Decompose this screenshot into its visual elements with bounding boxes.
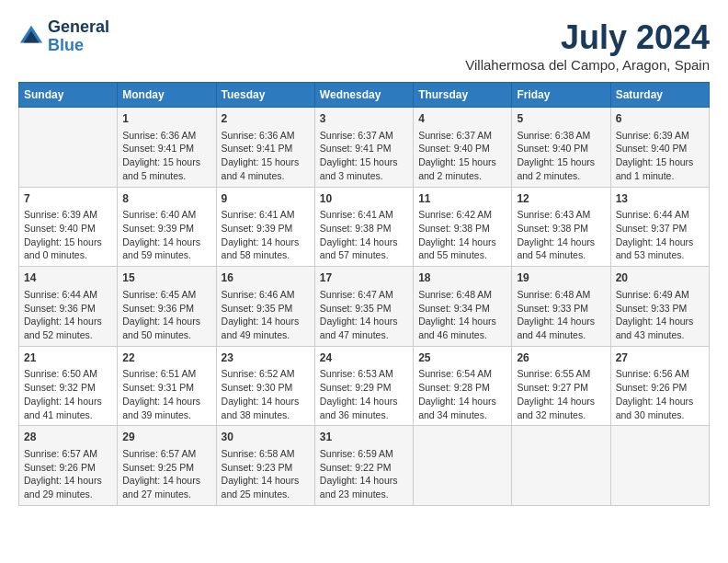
week-row-0: 1Sunrise: 6:36 AM Sunset: 9:41 PM Daylig… <box>19 108 710 188</box>
day-number: 21 <box>24 350 112 366</box>
calendar-cell: 19Sunrise: 6:48 AM Sunset: 9:33 PM Dayli… <box>512 267 610 347</box>
calendar-cell: 15Sunrise: 6:45 AM Sunset: 9:36 PM Dayli… <box>118 267 216 347</box>
day-number: 6 <box>616 111 704 127</box>
cell-info: Sunrise: 6:41 AM Sunset: 9:38 PM Dayligh… <box>320 208 408 262</box>
week-row-1: 7Sunrise: 6:39 AM Sunset: 9:40 PM Daylig… <box>19 187 710 267</box>
cell-info: Sunrise: 6:52 AM Sunset: 9:30 PM Dayligh… <box>222 367 310 421</box>
day-number: 11 <box>418 191 506 207</box>
day-number: 3 <box>320 111 408 127</box>
calendar-cell: 6Sunrise: 6:39 AM Sunset: 9:40 PM Daylig… <box>610 108 709 188</box>
calendar-cell: 17Sunrise: 6:47 AM Sunset: 9:35 PM Dayli… <box>314 267 413 347</box>
cell-info: Sunrise: 6:44 AM Sunset: 9:37 PM Dayligh… <box>616 208 704 262</box>
day-number: 28 <box>24 430 112 445</box>
day-number: 5 <box>517 111 605 127</box>
calendar-cell: 28Sunrise: 6:57 AM Sunset: 9:26 PM Dayli… <box>19 426 118 506</box>
cell-info: Sunrise: 6:44 AM Sunset: 9:36 PM Dayligh… <box>24 288 112 342</box>
header-monday: Monday <box>118 83 216 108</box>
cell-info: Sunrise: 6:40 AM Sunset: 9:39 PM Dayligh… <box>122 208 210 262</box>
calendar-cell: 26Sunrise: 6:55 AM Sunset: 9:27 PM Dayli… <box>512 346 610 426</box>
cell-info: Sunrise: 6:58 AM Sunset: 9:23 PM Dayligh… <box>222 447 310 501</box>
day-number: 31 <box>320 430 408 445</box>
week-row-4: 28Sunrise: 6:57 AM Sunset: 9:26 PM Dayli… <box>19 426 710 506</box>
cell-info: Sunrise: 6:39 AM Sunset: 9:40 PM Dayligh… <box>616 129 704 183</box>
header-thursday: Thursday <box>414 83 512 108</box>
cell-info: Sunrise: 6:41 AM Sunset: 9:39 PM Dayligh… <box>222 208 310 262</box>
header-sunday: Sunday <box>19 83 118 108</box>
calendar-cell: 18Sunrise: 6:48 AM Sunset: 9:34 PM Dayli… <box>414 267 512 347</box>
cell-info: Sunrise: 6:45 AM Sunset: 9:36 PM Dayligh… <box>122 288 210 342</box>
day-number: 24 <box>320 350 408 366</box>
logo-blue: Blue <box>48 37 109 55</box>
day-number: 20 <box>616 270 704 286</box>
calendar-cell: 29Sunrise: 6:57 AM Sunset: 9:25 PM Dayli… <box>118 426 216 506</box>
day-number: 16 <box>222 270 310 286</box>
cell-info: Sunrise: 6:39 AM Sunset: 9:40 PM Dayligh… <box>24 208 112 262</box>
cell-info: Sunrise: 6:48 AM Sunset: 9:34 PM Dayligh… <box>418 288 506 342</box>
logo-general: General <box>48 18 109 37</box>
cell-info: Sunrise: 6:57 AM Sunset: 9:25 PM Dayligh… <box>122 447 210 501</box>
logo: General Blue <box>18 18 109 55</box>
calendar-cell: 21Sunrise: 6:50 AM Sunset: 9:32 PM Dayli… <box>19 346 118 426</box>
day-number: 18 <box>418 270 506 286</box>
calendar-cell: 5Sunrise: 6:38 AM Sunset: 9:40 PM Daylig… <box>512 108 610 188</box>
calendar-cell: 13Sunrise: 6:44 AM Sunset: 9:37 PM Dayli… <box>610 187 709 267</box>
day-number: 13 <box>616 191 704 207</box>
cell-info: Sunrise: 6:55 AM Sunset: 9:27 PM Dayligh… <box>517 367 605 421</box>
cell-info: Sunrise: 6:53 AM Sunset: 9:29 PM Dayligh… <box>320 367 408 421</box>
calendar-cell <box>610 426 709 506</box>
day-number: 2 <box>222 111 310 127</box>
calendar-cell <box>19 108 118 188</box>
header: General Blue July 2024 Villahermosa del … <box>18 18 710 73</box>
cell-info: Sunrise: 6:56 AM Sunset: 9:26 PM Dayligh… <box>616 367 704 421</box>
day-number: 17 <box>320 270 408 286</box>
day-number: 26 <box>517 350 605 366</box>
header-tuesday: Tuesday <box>216 83 314 108</box>
cell-info: Sunrise: 6:54 AM Sunset: 9:28 PM Dayligh… <box>418 367 506 421</box>
cell-info: Sunrise: 6:37 AM Sunset: 9:41 PM Dayligh… <box>320 129 408 183</box>
calendar-cell: 10Sunrise: 6:41 AM Sunset: 9:38 PM Dayli… <box>314 187 413 267</box>
calendar-cell <box>512 426 610 506</box>
cell-info: Sunrise: 6:43 AM Sunset: 9:38 PM Dayligh… <box>517 208 605 262</box>
week-row-3: 21Sunrise: 6:50 AM Sunset: 9:32 PM Dayli… <box>19 346 710 426</box>
day-number: 22 <box>122 350 210 366</box>
title-area: July 2024 Villahermosa del Campo, Aragon… <box>465 18 710 73</box>
day-number: 29 <box>122 430 210 445</box>
header-saturday: Saturday <box>610 83 709 108</box>
day-number: 9 <box>222 191 310 207</box>
cell-info: Sunrise: 6:36 AM Sunset: 9:41 PM Dayligh… <box>122 129 210 183</box>
day-number: 8 <box>122 191 210 207</box>
day-number: 30 <box>222 430 310 445</box>
calendar-cell: 31Sunrise: 6:59 AM Sunset: 9:22 PM Dayli… <box>314 426 413 506</box>
calendar-cell: 20Sunrise: 6:49 AM Sunset: 9:33 PM Dayli… <box>610 267 709 347</box>
header-friday: Friday <box>512 83 610 108</box>
cell-info: Sunrise: 6:50 AM Sunset: 9:32 PM Dayligh… <box>24 367 112 421</box>
calendar-cell: 2Sunrise: 6:36 AM Sunset: 9:41 PM Daylig… <box>216 108 314 188</box>
cell-info: Sunrise: 6:57 AM Sunset: 9:26 PM Dayligh… <box>24 447 112 501</box>
calendar-cell: 11Sunrise: 6:42 AM Sunset: 9:38 PM Dayli… <box>414 187 512 267</box>
cell-info: Sunrise: 6:59 AM Sunset: 9:22 PM Dayligh… <box>320 447 408 501</box>
day-number: 14 <box>24 270 112 286</box>
calendar-cell: 24Sunrise: 6:53 AM Sunset: 9:29 PM Dayli… <box>314 346 413 426</box>
cell-info: Sunrise: 6:42 AM Sunset: 9:38 PM Dayligh… <box>418 208 506 262</box>
day-number: 15 <box>122 270 210 286</box>
day-number: 25 <box>418 350 506 366</box>
cell-info: Sunrise: 6:38 AM Sunset: 9:40 PM Dayligh… <box>517 129 605 183</box>
month-year: July 2024 <box>465 18 710 57</box>
cell-info: Sunrise: 6:47 AM Sunset: 9:35 PM Dayligh… <box>320 288 408 342</box>
logo-icon <box>18 24 44 50</box>
calendar-cell: 22Sunrise: 6:51 AM Sunset: 9:31 PM Dayli… <box>118 346 216 426</box>
calendar-cell: 25Sunrise: 6:54 AM Sunset: 9:28 PM Dayli… <box>414 346 512 426</box>
day-number: 27 <box>616 350 704 366</box>
calendar-cell: 12Sunrise: 6:43 AM Sunset: 9:38 PM Dayli… <box>512 187 610 267</box>
calendar-cell: 3Sunrise: 6:37 AM Sunset: 9:41 PM Daylig… <box>314 108 413 188</box>
cell-info: Sunrise: 6:46 AM Sunset: 9:35 PM Dayligh… <box>222 288 310 342</box>
cell-info: Sunrise: 6:36 AM Sunset: 9:41 PM Dayligh… <box>222 129 310 183</box>
calendar-cell: 8Sunrise: 6:40 AM Sunset: 9:39 PM Daylig… <box>118 187 216 267</box>
day-number: 12 <box>517 191 605 207</box>
day-number: 10 <box>320 191 408 207</box>
calendar-cell: 1Sunrise: 6:36 AM Sunset: 9:41 PM Daylig… <box>118 108 216 188</box>
cell-info: Sunrise: 6:49 AM Sunset: 9:33 PM Dayligh… <box>616 288 704 342</box>
cell-info: Sunrise: 6:48 AM Sunset: 9:33 PM Dayligh… <box>517 288 605 342</box>
cell-info: Sunrise: 6:37 AM Sunset: 9:40 PM Dayligh… <box>418 129 506 183</box>
calendar-cell: 4Sunrise: 6:37 AM Sunset: 9:40 PM Daylig… <box>414 108 512 188</box>
